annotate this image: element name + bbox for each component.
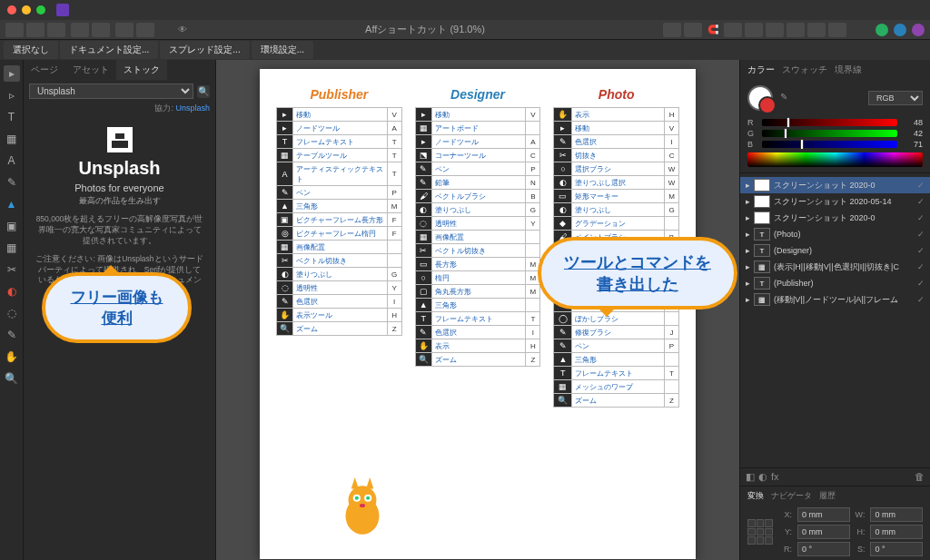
layer-row[interactable]: ▸スクリーンショット 2020-05-14✓ [740, 193, 930, 210]
layer-row[interactable]: ▸スクリーンショット 2020-0✓ [740, 210, 930, 226]
toolbar-button[interactable] [47, 23, 65, 37]
toolbar-button[interactable] [26, 23, 45, 37]
toolbar-button[interactable] [828, 23, 846, 37]
toolbar-button[interactable] [766, 23, 784, 37]
node-tool-icon[interactable]: ▹ [4, 87, 20, 103]
tool-name: 角丸長方形 [431, 285, 526, 299]
toolbar-button[interactable] [807, 23, 826, 37]
s-input[interactable]: 0 ° [870, 542, 923, 556]
place-image-tool-icon[interactable]: ▦ [4, 240, 20, 256]
toolbar-button[interactable] [115, 23, 134, 37]
persona-designer-icon[interactable] [894, 24, 906, 36]
snapping-icon[interactable]: 🧲 [707, 25, 718, 34]
toolbar-button[interactable] [5, 23, 24, 37]
spread-settings-button[interactable]: スプレッド設定... [160, 41, 249, 59]
r-input[interactable]: 0 ° [797, 542, 850, 556]
preferences-button[interactable]: 環境設定... [252, 41, 313, 59]
expand-icon[interactable]: ▸ [746, 279, 750, 288]
b-slider[interactable] [762, 141, 897, 148]
expand-icon[interactable]: ▸ [746, 181, 750, 190]
persona-publisher-icon[interactable] [876, 24, 888, 36]
tab-pages[interactable]: ページ [24, 60, 65, 80]
tab-transform[interactable]: 変換 [747, 490, 764, 502]
toolbar-button[interactable] [663, 23, 681, 37]
tool-key: N [526, 176, 540, 190]
r-slider[interactable] [762, 119, 897, 126]
toolbar-button[interactable] [724, 23, 742, 37]
tab-stroke[interactable]: 境界線 [835, 64, 862, 76]
toolbar-button[interactable] [136, 23, 154, 37]
visibility-checkbox[interactable]: ✓ [917, 181, 925, 190]
x-input[interactable]: 0 mm [797, 507, 850, 522]
transparency-tool-icon[interactable]: ◌ [4, 305, 20, 321]
vector-crop-tool-icon[interactable]: ✂ [4, 261, 20, 278]
delete-layer-icon[interactable]: 🗑 [915, 471, 925, 483]
shape-tool-icon[interactable]: ▲ [4, 196, 20, 212]
search-icon[interactable]: 🔍 [197, 85, 210, 98]
tab-history[interactable]: 履歴 [819, 490, 836, 502]
toolbar-button[interactable] [92, 23, 110, 37]
stock-source-select[interactable]: Unsplash [29, 84, 193, 99]
tab-navigator[interactable]: ナビゲータ [771, 490, 812, 502]
table-tool-icon[interactable]: ▦ [4, 131, 20, 147]
expand-icon[interactable]: ▸ [746, 230, 750, 239]
y-input[interactable]: 0 mm [797, 525, 850, 539]
unsplash-link[interactable]: Unsplash [175, 103, 210, 113]
view-tool-icon[interactable]: ✋ [4, 349, 20, 365]
layer-row[interactable]: ▸T(Publisher)✓ [740, 275, 930, 291]
toolbar-button[interactable] [684, 23, 702, 37]
g-slider[interactable] [762, 130, 897, 137]
layer-row[interactable]: ▸T(Designer)✓ [740, 242, 930, 259]
canvas-area[interactable]: ツールとコマンドを書き出した Publisher ▸移動V▸ノードツールATフレ… [216, 60, 739, 560]
h-input[interactable]: 0 mm [870, 525, 923, 539]
tab-assets[interactable]: アセット [65, 60, 116, 80]
visibility-checkbox[interactable]: ✓ [917, 246, 925, 255]
artistic-text-tool-icon[interactable]: A [4, 152, 20, 169]
mask-icon[interactable]: ◧ [746, 471, 755, 483]
color-picker-tool-icon[interactable]: ✎ [4, 327, 20, 343]
visibility-checkbox[interactable]: ✓ [917, 295, 925, 304]
picture-frame-tool-icon[interactable]: ▣ [4, 218, 20, 234]
tab-swatches[interactable]: スウォッチ [782, 64, 827, 76]
minimize-window-button[interactable] [22, 5, 31, 15]
visibility-checkbox[interactable]: ✓ [917, 197, 925, 206]
expand-icon[interactable]: ▸ [746, 213, 750, 222]
fx-icon[interactable]: fx [771, 471, 779, 483]
close-window-button[interactable] [7, 5, 16, 15]
persona-photo-icon[interactable] [912, 24, 925, 36]
visibility-checkbox[interactable]: ✓ [917, 213, 925, 222]
maximize-window-button[interactable] [36, 5, 45, 15]
toolbar-button[interactable] [787, 23, 805, 37]
layer-row[interactable]: ▸T(Photo)✓ [740, 226, 930, 242]
fill-tool-icon[interactable]: ◐ [4, 283, 20, 300]
adjustment-icon[interactable]: ◐ [758, 471, 767, 483]
visibility-checkbox[interactable]: ✓ [917, 262, 925, 271]
expand-icon[interactable]: ▸ [746, 246, 750, 255]
layer-row[interactable]: ▸▦(移動|V||ノードツール|A||フレーム✓ [740, 291, 930, 308]
expand-icon[interactable]: ▸ [746, 262, 750, 271]
expand-icon[interactable]: ▸ [746, 295, 750, 304]
layer-row[interactable]: ▸▦(表示|H||移動|V||色選択|I||切抜き|C✓ [740, 259, 930, 275]
layer-row[interactable]: ▸スクリーンショット 2020-0✓ [740, 177, 930, 193]
toolbar-button[interactable] [71, 23, 89, 37]
hue-strip[interactable] [747, 152, 923, 167]
visibility-checkbox[interactable]: ✓ [917, 279, 925, 288]
tab-stock[interactable]: ストック [116, 60, 167, 80]
move-tool-icon[interactable]: ▸ [4, 65, 20, 82]
layer-name: スクリーンショット 2020-05-14 [774, 196, 914, 208]
anchor-grid[interactable] [747, 519, 773, 545]
pen-tool-icon[interactable]: ✎ [4, 174, 20, 191]
color-wells[interactable] [747, 85, 773, 111]
w-input[interactable]: 0 mm [870, 507, 923, 522]
zoom-tool-icon[interactable]: 🔍 [4, 370, 20, 387]
frame-text-tool-icon[interactable]: T [4, 109, 20, 125]
visibility-checkbox[interactable]: ✓ [917, 230, 925, 239]
document-settings-button[interactable]: ドキュメント設定... [60, 41, 158, 59]
expand-icon[interactable]: ▸ [746, 197, 750, 206]
tab-color[interactable]: カラー [747, 64, 775, 76]
document-page[interactable]: Publisher ▸移動V▸ノードツールATフレームテキストT▦テーブルツール… [260, 69, 696, 559]
toolbar-button[interactable] [745, 23, 763, 37]
preview-icon[interactable]: 👁 [178, 25, 187, 34]
color-mode-select[interactable]: RGB [868, 91, 923, 105]
eyedropper-icon[interactable]: ✎ [780, 92, 793, 104]
